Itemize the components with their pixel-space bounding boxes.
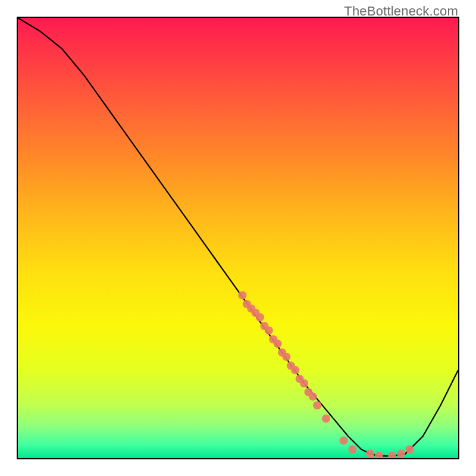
data-point xyxy=(309,392,317,400)
data-point xyxy=(406,445,414,453)
data-point xyxy=(313,401,321,409)
data-point xyxy=(340,436,348,444)
plot-area xyxy=(17,17,459,459)
chart-container: TheBottleneck.com xyxy=(0,0,476,476)
data-point xyxy=(274,340,282,348)
data-point xyxy=(348,445,356,453)
data-point xyxy=(291,366,299,374)
data-point xyxy=(366,450,374,458)
data-point xyxy=(388,452,396,458)
data-point xyxy=(238,291,246,299)
data-point xyxy=(265,326,273,334)
data-point xyxy=(397,450,405,458)
data-point xyxy=(322,414,330,422)
data-point xyxy=(256,313,264,321)
data-point xyxy=(300,379,308,387)
data-point xyxy=(282,353,290,361)
data-point xyxy=(375,452,383,458)
bottleneck-curve xyxy=(18,18,458,456)
chart-svg xyxy=(18,18,458,458)
scatter-points xyxy=(238,291,414,458)
